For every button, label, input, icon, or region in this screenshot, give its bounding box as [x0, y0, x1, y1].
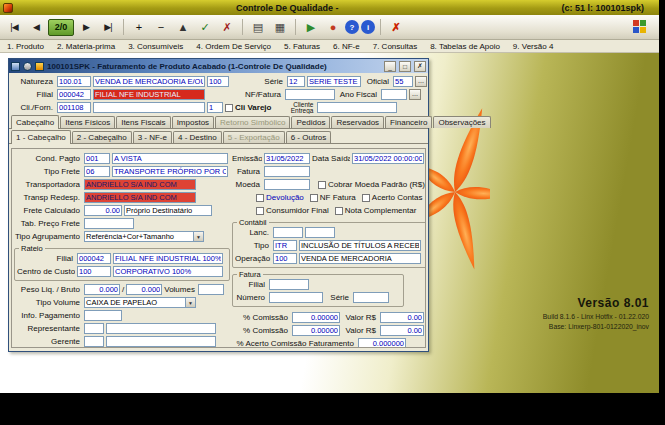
tab-financeiro[interactable]: Financeiro	[385, 116, 432, 128]
print-icon[interactable]: ▤	[248, 17, 268, 37]
cond-pagto-code-input[interactable]	[84, 153, 110, 164]
fatura-input[interactable]	[264, 166, 310, 177]
natureza-extra-input[interactable]	[207, 76, 229, 87]
tab-pedidos[interactable]: Pedidos	[291, 116, 330, 128]
menu-item-versao-4[interactable]: 9. Versão 4	[513, 42, 553, 51]
nota-complementar-checkbox[interactable]: Nota Complementar	[335, 206, 417, 215]
numero-input[interactable]	[269, 292, 323, 303]
tab-observacoes[interactable]: Observações	[433, 116, 490, 128]
fatura-filial-input[interactable]	[269, 279, 309, 290]
last-record-button[interactable]: ▶|	[98, 17, 118, 37]
serie-desc-input[interactable]	[307, 76, 361, 87]
menu-item-consultas[interactable]: 7. Consultas	[373, 42, 417, 51]
preview-icon[interactable]: ▦	[270, 17, 290, 37]
acerto-contas-checkbox[interactable]: Acerto Contas	[362, 193, 423, 202]
cli-forn-code-input[interactable]	[57, 102, 91, 113]
menu-item-tabelas-de-apoio[interactable]: 8. Tabelas de Apoio	[430, 42, 500, 51]
subtab-3-nfe[interactable]: 3 - NF-e	[133, 131, 172, 143]
volumes-input[interactable]	[198, 284, 224, 295]
natureza-desc-input[interactable]	[93, 76, 205, 87]
operacao-desc-input[interactable]	[299, 253, 421, 264]
cli-forn-desc-input[interactable]	[93, 102, 205, 113]
peso-bruto-input[interactable]	[126, 284, 162, 295]
centro-custo-code-input[interactable]	[77, 266, 111, 277]
next-record-button[interactable]: ▶	[76, 17, 96, 37]
contabil-tipo-desc-input[interactable]	[299, 240, 421, 251]
peso-liq-input[interactable]	[84, 284, 120, 295]
lanc-input-2[interactable]	[305, 227, 335, 238]
representante-code-input[interactable]	[84, 323, 104, 334]
tab-preco-frete-input[interactable]	[84, 218, 134, 229]
run-icon[interactable]: ▶	[301, 17, 321, 37]
help-icon[interactable]: ?	[345, 20, 359, 34]
tab-cabecalho[interactable]: Cabeçalho	[11, 115, 59, 129]
frete-calculado-input[interactable]	[84, 205, 122, 216]
operacao-code-input[interactable]	[273, 253, 297, 264]
filial-code-input[interactable]	[57, 89, 91, 100]
menu-item-produto[interactable]: 1. Produto	[7, 42, 44, 51]
add-icon[interactable]: +	[129, 17, 149, 37]
menu-item-ordem-de-servico[interactable]: 4. Ordem De Serviço	[196, 42, 271, 51]
valor-1-input[interactable]	[380, 312, 424, 323]
tipo-frete-desc-input[interactable]	[112, 166, 228, 177]
ano-fiscal-input[interactable]	[381, 89, 407, 100]
cliente-entrega-input[interactable]	[317, 102, 397, 113]
windows-cascade-icon[interactable]	[633, 20, 647, 34]
consumidor-final-checkbox[interactable]: Consumidor Final	[256, 206, 329, 215]
gerente-code-input[interactable]	[84, 336, 104, 347]
comissao-2-input[interactable]	[292, 325, 340, 336]
frete-tipo-input[interactable]	[124, 205, 212, 216]
maximize-button[interactable]: □	[399, 61, 411, 72]
subtab-4-destino[interactable]: 4 - Destino	[173, 131, 222, 143]
rateio-filial-desc-input[interactable]	[113, 253, 223, 264]
pin-icon[interactable]	[23, 62, 32, 71]
cond-pagto-desc-input[interactable]	[112, 153, 228, 164]
tipo-volume-select[interactable]: CAIXA DE PAPELAO	[84, 297, 196, 308]
acerto-comissao-input[interactable]	[358, 338, 406, 348]
tab-reservados[interactable]: Reservados	[331, 116, 384, 128]
tab-itens-fisicos[interactable]: Itens Físicos	[60, 116, 115, 128]
info-pagamento-input[interactable]	[84, 310, 122, 321]
lanc-input-1[interactable]	[273, 227, 303, 238]
contabil-tipo-code-input[interactable]	[273, 240, 297, 251]
menu-item-materia-prima[interactable]: 2. Matéria-prima	[57, 42, 115, 51]
nf-lookup-button[interactable]: ...	[409, 89, 421, 100]
first-record-button[interactable]: |◀	[4, 17, 24, 37]
close-button[interactable]: ✗	[414, 61, 426, 72]
representante-desc-input[interactable]	[106, 323, 216, 334]
cancel-icon[interactable]: ✗	[217, 17, 237, 37]
serie-code-input[interactable]	[287, 76, 305, 87]
transportadora-input[interactable]	[84, 179, 196, 190]
subtab-1-cabecalho[interactable]: 1 - Cabeçalho	[11, 130, 71, 144]
gerente-desc-input[interactable]	[106, 336, 216, 347]
valor-2-input[interactable]	[380, 325, 424, 336]
menu-item-faturas[interactable]: 5. Faturas	[284, 42, 320, 51]
cli-varejo-checkbox[interactable]: Cli Varejo	[225, 103, 271, 112]
tipo-agrupamento-select[interactable]: Referência+Cor+Tamanho	[84, 231, 204, 242]
devolucao-checkbox[interactable]: Devolução	[256, 193, 304, 202]
moeda-input[interactable]	[264, 179, 310, 190]
cobrar-moeda-checkbox[interactable]: Cobrar Moeda Padrão (R$)	[318, 180, 425, 189]
remove-icon[interactable]: −	[151, 17, 171, 37]
tipo-frete-code-input[interactable]	[84, 166, 110, 177]
tools-icon[interactable]	[35, 62, 44, 71]
tab-impostos[interactable]: Impostos	[172, 116, 214, 128]
stop-icon[interactable]: ●	[323, 17, 343, 37]
subtab-2-cabecalho[interactable]: 2 - Cabeçalho	[72, 131, 132, 143]
natureza-code-input[interactable]	[57, 76, 91, 87]
nf-fatura-input[interactable]	[285, 89, 335, 100]
emissao-input[interactable]	[264, 153, 310, 164]
centro-custo-desc-input[interactable]	[113, 266, 223, 277]
cli-forn-qty-input[interactable]	[207, 102, 223, 113]
edit-icon[interactable]: ▲	[173, 17, 193, 37]
previous-record-button[interactable]: ◀	[26, 17, 46, 37]
confirm-icon[interactable]: ✓	[195, 17, 215, 37]
minimize-button[interactable]: _	[384, 61, 396, 72]
subtab-6-outros[interactable]: 6 - Outros	[286, 131, 332, 143]
fatura-serie-input[interactable]	[353, 292, 389, 303]
comissao-1-input[interactable]	[292, 312, 340, 323]
transp-redesp-input[interactable]	[84, 192, 196, 203]
oficial-input[interactable]	[393, 76, 413, 87]
serie-lookup-button[interactable]: ...	[415, 76, 427, 87]
tab-itens-fiscais[interactable]: Itens Fiscais	[116, 116, 170, 128]
